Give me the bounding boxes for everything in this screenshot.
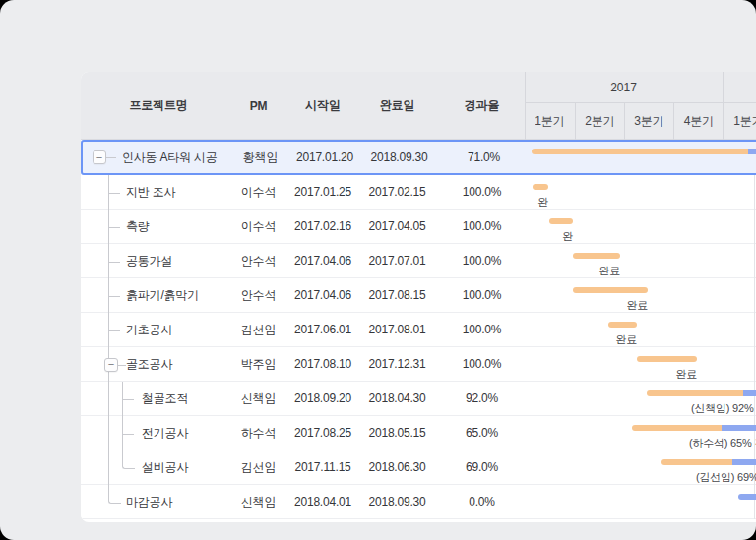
pm-cell: 하수석 (236, 416, 281, 450)
progress-cell: 0.0% (439, 485, 525, 518)
pm-cell: 안수석 (236, 278, 281, 312)
column-header-project-name: 프로젝트명 (81, 72, 236, 140)
pm-cell: 안수석 (236, 244, 281, 277)
column-header-pm: PM (236, 72, 281, 140)
start-date-cell: 2017.08.10 (281, 347, 365, 381)
screenshot-frame: 프로젝트명 PM 시작일 완료일 경과율 2017 1분기 2분기 3분기 4분… (0, 0, 756, 540)
end-date-cell: 2018.09.30 (355, 485, 439, 518)
tree-collapse-toggle[interactable]: − (104, 358, 118, 372)
timeline-quarter-q3: 3분기 (624, 103, 673, 140)
progress-cell: 100.0% (439, 313, 525, 346)
start-date-cell: 2017.01.20 (283, 142, 367, 173)
table-row[interactable]: 마감공사신책임2018.04.012018.09.300.0% (81, 485, 756, 519)
start-date-cell: 2017.04.06 (281, 244, 365, 277)
start-date-cell: 2017.11.15 (281, 450, 365, 484)
column-header-progress: 경과율 (439, 72, 525, 140)
start-date-cell: 2017.02.16 (281, 210, 365, 243)
end-date-cell: 2017.12.31 (355, 347, 439, 381)
end-date-cell: 2018.06.30 (355, 450, 439, 484)
timeline-quarter-q4: 4분기 (673, 103, 724, 140)
table-row[interactable]: 기초공사김선임2017.06.012017.08.01100.0% (81, 313, 756, 347)
project-name-cell: 기초공사 (126, 313, 172, 346)
column-header-end-date: 완료일 (355, 72, 439, 140)
end-date-cell: 2018.05.15 (355, 416, 439, 450)
project-name-cell: 철골조적 (142, 382, 188, 415)
today-marker-line (754, 175, 755, 519)
project-name-cell: 골조공사 (126, 347, 172, 381)
end-date-cell: 2017.08.15 (355, 278, 439, 312)
gantt-project-panel: 프로젝트명 PM 시작일 완료일 경과율 2017 1분기 2분기 3분기 4분… (81, 72, 756, 522)
tree-collapse-toggle[interactable]: − (93, 150, 106, 164)
table-row[interactable]: 전기공사하수석2017.08.252018.05.1565.0% (81, 416, 756, 450)
table-row[interactable]: 흙파기/흙막기안수석2017.04.062017.08.15100.0% (81, 278, 756, 313)
project-name-cell: 지반 조사 (126, 175, 175, 209)
progress-cell: 100.0% (439, 175, 525, 209)
pm-cell: 이수석 (236, 175, 281, 209)
pm-cell: 박주임 (236, 347, 281, 381)
progress-cell: 71.0% (441, 142, 527, 173)
start-date-cell: 2017.06.01 (281, 313, 365, 346)
pm-cell: 신책임 (236, 485, 281, 518)
project-name-cell: 공통가설 (126, 244, 172, 277)
progress-cell: 65.0% (439, 416, 525, 450)
timeline-quarter-next-q1: 1분기 (724, 103, 756, 140)
pm-cell: 신책임 (236, 382, 281, 415)
project-name-cell: 설비공사 (142, 450, 188, 484)
timeline-quarter-q2: 2분기 (575, 103, 624, 140)
table-row[interactable]: 공통가설안수석2017.04.062017.07.01100.0% (81, 244, 756, 278)
timeline-quarter-q1: 1분기 (525, 103, 575, 140)
pm-cell: 김선임 (236, 450, 281, 484)
start-date-cell: 2017.08.25 (281, 416, 365, 450)
progress-cell: 100.0% (439, 244, 525, 277)
table-row[interactable]: 인사동 A타워 시공황책임2017.01.202018.09.3071.0% (81, 140, 756, 175)
end-date-cell: 2017.04.05 (355, 210, 439, 243)
table-row[interactable]: 지반 조사이수석2017.01.252017.02.15100.0% (81, 175, 756, 210)
table-row[interactable]: 측량이수석2017.02.162017.04.05100.0% (81, 210, 756, 244)
project-name-cell: 측량 (126, 210, 150, 243)
project-name-cell: 흙파기/흙막기 (126, 278, 199, 312)
progress-cell: 100.0% (439, 347, 525, 381)
end-date-cell: 2018.04.30 (355, 382, 439, 415)
pm-cell: 이수석 (236, 210, 281, 243)
pm-cell: 황책임 (238, 142, 283, 173)
end-date-cell: 2017.07.01 (355, 244, 439, 277)
start-date-cell: 2017.04.06 (281, 278, 365, 312)
table-row[interactable]: 골조공사박주임2017.08.102017.12.31100.0% (81, 347, 756, 382)
start-date-cell: 2018.09.20 (281, 382, 365, 415)
project-name-cell: 전기공사 (142, 416, 188, 450)
progress-cell: 69.0% (439, 450, 525, 484)
table-row[interactable]: 철골조적신책임2018.09.202018.04.3092.0% (81, 382, 756, 416)
project-name-cell: 인사동 A타워 시공 (122, 142, 218, 173)
start-date-cell: 2017.01.25 (281, 175, 365, 209)
start-date-cell: 2018.04.01 (281, 485, 365, 518)
end-date-cell: 2017.02.15 (355, 175, 439, 209)
column-header-start-date: 시작일 (281, 72, 365, 140)
progress-cell: 100.0% (439, 210, 525, 243)
end-date-cell: 2017.08.01 (355, 313, 439, 346)
table-header: 프로젝트명 PM 시작일 완료일 경과율 2017 1분기 2분기 3분기 4분… (81, 72, 756, 140)
timeline-year-2017: 2017 (525, 72, 723, 102)
progress-cell: 100.0% (439, 278, 525, 312)
pm-cell: 김선임 (236, 313, 281, 346)
project-name-cell: 마감공사 (126, 485, 172, 518)
progress-cell: 92.0% (439, 382, 525, 415)
end-date-cell: 2018.09.30 (357, 142, 441, 173)
table-row[interactable]: 설비공사김선임2017.11.152018.06.3069.0% (81, 450, 756, 485)
